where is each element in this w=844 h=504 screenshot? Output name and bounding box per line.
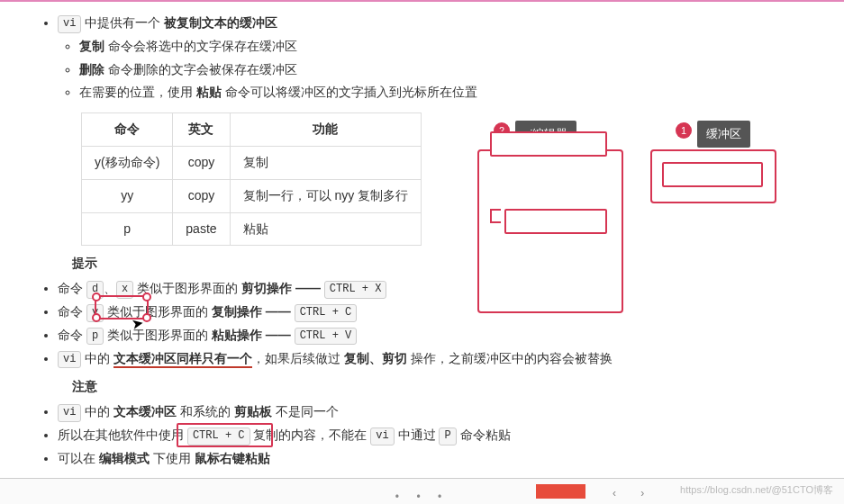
notch-icon (490, 209, 501, 223)
status-block (536, 484, 585, 499)
slot-icon (490, 131, 607, 157)
commands-table: 命令英文功能 y(移动命令)copy复制 yycopy复制一行，可以 nyy 复… (81, 112, 422, 246)
toolbar-arrows[interactable]: ‹ › (613, 484, 655, 502)
pagination-dots[interactable]: • • • (395, 488, 449, 504)
watermark: https://blog.csdn.net/@51CTO博客 (680, 482, 833, 499)
kbd-vi: vi (58, 15, 81, 33)
selection-box (177, 423, 273, 447)
label-buffer: 缓冲区 (697, 121, 750, 148)
slot-icon (662, 162, 763, 187)
intro-line: vi 中提供有一个 被复制文本的缓冲区 复制 命令会将选中的文字保存在缓冲区 删… (58, 13, 808, 104)
table-row: y(移动命令)copy复制 (82, 146, 422, 179)
table-row: ppaste粘贴 (82, 212, 422, 246)
slot-icon (504, 209, 607, 234)
badge-1: 1 (676, 122, 692, 139)
table-row: yycopy复制一行，可以 nyy 复制多行 (82, 179, 422, 212)
note-heading: 注意 (72, 376, 808, 398)
buffer-diagram: 2 vi编辑器 1 缓冲区 (477, 119, 802, 308)
